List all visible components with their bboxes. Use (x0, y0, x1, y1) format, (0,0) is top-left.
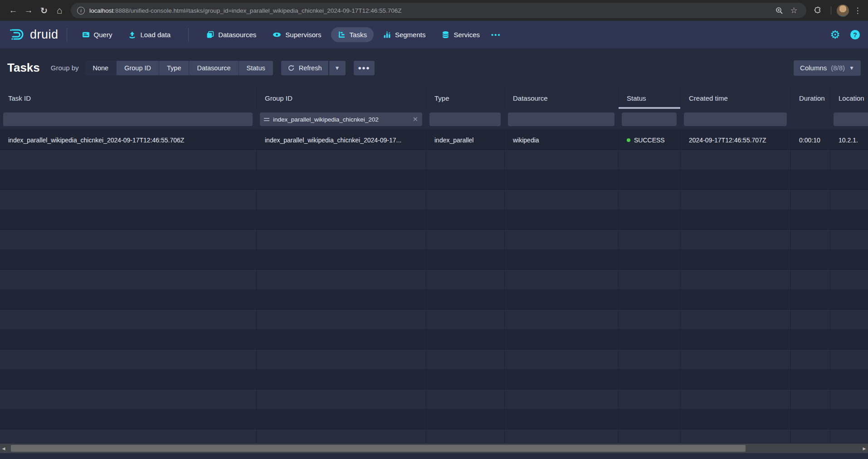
group-by-type-button[interactable]: Type (159, 61, 189, 75)
filter-input-type[interactable] (429, 112, 501, 126)
druid-logo-icon (8, 28, 25, 42)
reload-icon[interactable]: ↻ (36, 3, 52, 18)
forward-icon[interactable]: → (21, 3, 36, 18)
nav-item-tasks[interactable]: Tasks (331, 27, 374, 42)
empty-cell (0, 170, 257, 190)
empty-table-row (0, 410, 868, 430)
cell-status[interactable]: SUCCESS (619, 130, 681, 150)
refresh-caret-button[interactable]: ▼ (329, 61, 346, 75)
page-title: Tasks (7, 61, 40, 75)
filter-input-status[interactable] (622, 112, 677, 126)
address-bar[interactable]: i localhost:8888/unified-console.html#ta… (71, 3, 806, 18)
zoom-icon[interactable] (774, 3, 785, 18)
empty-table-row (0, 150, 868, 170)
column-header-created_time[interactable]: Created time (681, 87, 791, 109)
home-icon[interactable]: ⌂ (52, 3, 67, 18)
nav-item-query[interactable]: Query (75, 27, 119, 42)
nav-item-segments[interactable]: Segments (376, 27, 433, 42)
group-by-datasource-button[interactable]: Datasource (189, 61, 239, 75)
empty-cell (257, 150, 426, 170)
scroll-right-arrow[interactable]: ▶ (861, 444, 868, 453)
settings-gear-icon[interactable]: ⚙ (830, 29, 840, 40)
empty-table-row (0, 170, 868, 190)
horizontal-scrollbar[interactable]: ◀ ▶ (0, 443, 868, 453)
empty-cell (257, 230, 426, 249)
empty-cell (681, 430, 791, 443)
app-navbar: druid QueryLoad dataDatasourcesSuperviso… (0, 21, 868, 49)
empty-cell (791, 170, 830, 190)
group-by-none-button[interactable]: None (85, 61, 117, 75)
column-header-duration[interactable]: Duration (791, 87, 830, 109)
empty-cell (830, 370, 868, 389)
profile-avatar[interactable] (837, 5, 849, 17)
browser-menu-icon[interactable]: ⋮ (853, 3, 863, 18)
column-header-location[interactable]: Location (830, 87, 868, 109)
refresh-button[interactable]: Refresh (281, 61, 328, 75)
nav-item-load-data[interactable]: Load data (122, 27, 177, 42)
column-header-group_id[interactable]: Group ID (257, 87, 426, 109)
filter-cell-group_id: index_parallel_wikipedia_chicnkei_202✕ (257, 109, 426, 130)
empty-cell (619, 270, 681, 289)
column-header-label: Duration (799, 94, 825, 102)
filter-input-created_time[interactable] (684, 112, 787, 126)
cell-task_id[interactable]: index_parallel_wikipedia_chicnkei_2024-0… (0, 130, 257, 150)
column-header-status[interactable]: Status (619, 87, 681, 109)
column-header-datasource[interactable]: Datasource (505, 87, 619, 109)
refresh-split-button: Refresh ▼ (281, 61, 346, 75)
empty-cell (619, 290, 681, 309)
empty-table-row (0, 370, 868, 390)
columns-button[interactable]: Columns (8/8) ▼ (794, 60, 861, 76)
filter-input-group_id[interactable]: index_parallel_wikipedia_chicnkei_202✕ (260, 112, 422, 126)
empty-cell (426, 190, 505, 210)
extensions-icon[interactable] (810, 3, 825, 18)
scrollbar-thumb[interactable] (11, 445, 746, 452)
empty-table-row (0, 350, 868, 370)
filter-input-location[interactable] (834, 112, 868, 126)
cell-type[interactable]: index_parallel (426, 130, 505, 150)
empty-cell (505, 410, 619, 429)
url-text[interactable]: localhost:8888/unified-console.html#task… (89, 7, 769, 14)
empty-cell (257, 170, 426, 190)
druid-logo[interactable]: druid (8, 28, 59, 42)
help-icon[interactable]: ? (850, 30, 860, 39)
more-actions-button[interactable]: ●●● (354, 61, 375, 75)
table-filter-row: index_parallel_wikipedia_chicnkei_202✕ (0, 109, 868, 130)
nav-items: QueryLoad dataDatasourcesSupervisorsTask… (75, 27, 487, 42)
nav-item-datasources[interactable]: Datasources (200, 27, 263, 42)
cell-created_time[interactable]: 2024-09-17T12:46:55.707Z (681, 130, 791, 150)
filter-input-datasource[interactable] (508, 112, 614, 126)
divider (188, 28, 189, 42)
nav-item-supervisors[interactable]: Supervisors (266, 27, 328, 42)
cell-group_id[interactable]: index_parallel_wikipedia_chicnkei_2024-0… (257, 130, 426, 150)
nav-item-label: Datasources (218, 31, 256, 39)
cell-duration[interactable]: 0:00:10 (791, 130, 830, 150)
scroll-left-arrow[interactable]: ◀ (0, 444, 7, 453)
column-header-label: Status (627, 94, 646, 102)
empty-cell (681, 210, 791, 230)
column-header-type[interactable]: Type (426, 87, 505, 109)
clear-filter-icon[interactable]: ✕ (412, 115, 418, 123)
tasks-icon (338, 31, 346, 39)
chevron-down-icon: ▼ (335, 65, 340, 71)
empty-cell (257, 190, 426, 210)
empty-cell (426, 230, 505, 249)
column-header-task_id[interactable]: Task ID (0, 87, 257, 109)
cell-location[interactable]: 10.2.1. (830, 130, 868, 150)
nav-item-services[interactable]: Services (435, 27, 487, 42)
bookmark-star-icon[interactable]: ☆ (788, 3, 800, 18)
site-info-icon[interactable]: i (77, 7, 85, 15)
column-header-label: Location (839, 94, 864, 102)
empty-cell (681, 170, 791, 190)
empty-cell (830, 190, 868, 210)
nav-more-button[interactable]: ••• (487, 27, 506, 42)
empty-table-row (0, 250, 868, 270)
table-row[interactable]: index_parallel_wikipedia_chicnkei_2024-0… (0, 130, 868, 150)
group-by-group-id-button[interactable]: Group ID (117, 61, 159, 75)
group-by-status-button[interactable]: Status (239, 61, 273, 75)
cell-datasource[interactable]: wikipedia (505, 130, 619, 150)
filter-input-task_id[interactable] (3, 112, 253, 126)
back-icon[interactable]: ← (5, 3, 21, 18)
empty-cell (0, 410, 257, 429)
empty-cell (505, 250, 619, 269)
empty-cell (830, 290, 868, 309)
